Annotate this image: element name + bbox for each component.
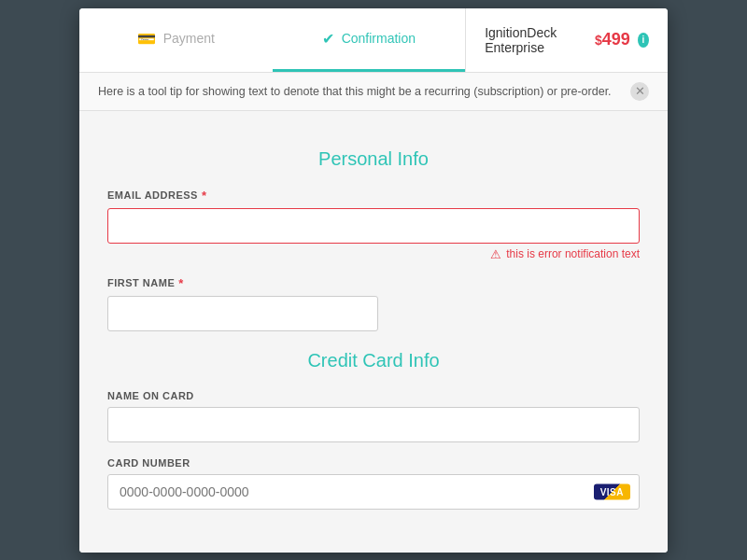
- tab-payment[interactable]: 💳 Payment: [79, 8, 273, 72]
- product-price: $499: [595, 30, 630, 49]
- name-on-card-group: NAME ON CARD: [107, 390, 640, 442]
- card-number-group: CARD NUMBER VISA: [107, 457, 640, 510]
- card-input-wrapper: VISA: [107, 474, 640, 510]
- email-input[interactable]: [107, 208, 640, 244]
- checkout-modal: 💳 Payment ✔ Confirmation IgnitionDeck En…: [79, 8, 668, 553]
- firstname-group: FIRST NAME *: [107, 276, 640, 331]
- card-number-label: CARD NUMBER: [107, 457, 640, 469]
- tab-payment-label: Payment: [163, 31, 215, 46]
- confirmation-icon: ✔: [322, 30, 334, 48]
- error-icon: ⚠: [490, 247, 501, 261]
- tab-confirmation-label: Confirmation: [342, 31, 416, 46]
- tab-confirmation[interactable]: ✔ Confirmation: [273, 8, 466, 72]
- error-message: ⚠ this is error notification text: [107, 247, 640, 261]
- tooltip-banner: Here is a tool tip for showing text to d…: [79, 73, 668, 111]
- product-info: IgnitionDeck Enterprise $499 i: [465, 8, 668, 72]
- name-on-card-input[interactable]: [107, 407, 640, 442]
- payment-icon: 💳: [137, 30, 156, 48]
- visa-icon: VISA: [594, 483, 630, 499]
- credit-card-title: Credit Card Info: [107, 350, 640, 371]
- close-tooltip-button[interactable]: ✕: [630, 82, 649, 101]
- firstname-input[interactable]: [107, 296, 378, 331]
- error-text: this is error notification text: [506, 247, 640, 260]
- firstname-required: *: [178, 276, 184, 290]
- tab-bar: 💳 Payment ✔ Confirmation IgnitionDeck En…: [79, 8, 668, 73]
- visa-badge: VISA: [594, 483, 630, 499]
- personal-info-section: Personal Info EMAIL ADDRESS * ⚠ this is …: [107, 148, 640, 331]
- personal-info-title: Personal Info: [107, 148, 640, 170]
- name-on-card-label: NAME ON CARD: [107, 390, 640, 401]
- product-name: IgnitionDeck Enterprise: [485, 25, 587, 55]
- email-required: *: [202, 189, 207, 203]
- credit-card-section: Credit Card Info NAME ON CARD CARD NUMBE…: [107, 350, 640, 510]
- email-label: EMAIL ADDRESS *: [107, 189, 640, 203]
- tooltip-text: Here is a tool tip for showing text to d…: [98, 85, 612, 98]
- info-icon[interactable]: i: [638, 33, 649, 48]
- firstname-label: FIRST NAME *: [107, 276, 640, 290]
- email-group: EMAIL ADDRESS * ⚠ this is error notifica…: [107, 189, 640, 261]
- form-content: Personal Info EMAIL ADDRESS * ⚠ this is …: [79, 111, 668, 553]
- card-number-input[interactable]: [107, 474, 640, 510]
